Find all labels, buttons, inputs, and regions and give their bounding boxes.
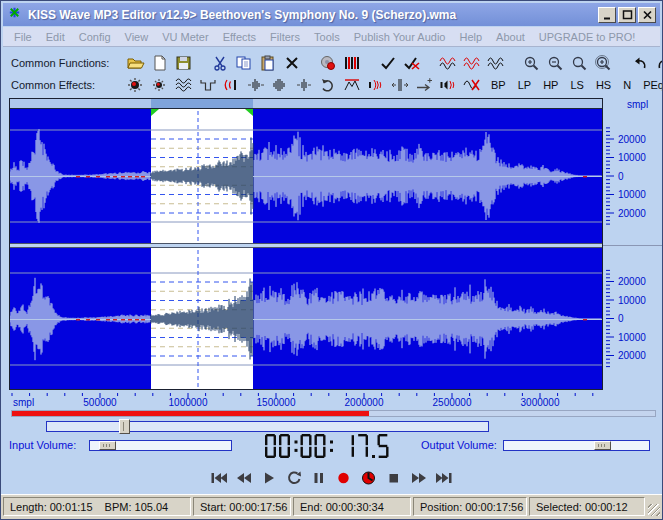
- knob-small-icon[interactable]: [149, 76, 170, 94]
- menu-view[interactable]: View: [118, 31, 156, 43]
- trim-icon[interactable]: [197, 76, 218, 94]
- position-slider-thumb[interactable]: [119, 419, 130, 434]
- waves-icon[interactable]: [173, 76, 194, 94]
- svg-text:2500000: 2500000: [433, 397, 472, 408]
- undo-icon[interactable]: [629, 54, 650, 72]
- svg-text:10000: 10000: [618, 189, 646, 200]
- wave-cut-icon[interactable]: [461, 76, 482, 94]
- output-volume-label: Output Volume:: [421, 439, 497, 451]
- svg-text:3000000: 3000000: [521, 397, 560, 408]
- filter-button-peq[interactable]: PEq: [638, 79, 663, 91]
- knob-large-icon[interactable]: [125, 76, 146, 94]
- overview-selection[interactable]: [151, 99, 253, 108]
- input-volume-thumb[interactable]: [99, 441, 116, 450]
- playback-progress-track[interactable]: [11, 410, 656, 417]
- play-button[interactable]: [259, 467, 279, 489]
- output-volume-thumb[interactable]: [594, 441, 611, 450]
- pause-button[interactable]: [309, 467, 329, 489]
- menu-help[interactable]: Help: [452, 31, 489, 43]
- peak-limit-icon[interactable]: [341, 76, 362, 94]
- svg-text:2000000: 2000000: [345, 397, 384, 408]
- position-slider-track[interactable]: [46, 421, 489, 432]
- status-panel-position: Position: 00:00:17:56: [413, 497, 527, 516]
- minimize-button[interactable]: [598, 7, 616, 23]
- apply-check-icon[interactable]: [377, 54, 398, 72]
- menu-file[interactable]: File: [7, 31, 39, 43]
- filter-button-n[interactable]: N: [618, 79, 636, 91]
- echo-icon[interactable]: [221, 76, 242, 94]
- input-volume-label: Input Volume:: [9, 439, 76, 451]
- speaker-red-icon[interactable]: [365, 76, 386, 94]
- filter-button-lp[interactable]: LP: [513, 79, 536, 91]
- bars-center-icon[interactable]: [269, 76, 290, 94]
- cut-icon[interactable]: [209, 54, 230, 72]
- resize-grip[interactable]: [648, 504, 660, 516]
- cancel-check-icon[interactable]: [401, 54, 422, 72]
- waveform-overview-bar[interactable]: [10, 99, 602, 109]
- svg-text:smpl: smpl: [627, 99, 648, 110]
- save-icon[interactable]: [173, 54, 194, 72]
- zoom-icon[interactable]: [569, 54, 590, 72]
- menu-edit[interactable]: Edit: [39, 31, 72, 43]
- fast-forward-button[interactable]: [409, 467, 429, 489]
- common-functions-label: Common Functions:: [11, 57, 125, 69]
- status-bar: Length: 00:01:15 BPM: 105.04 Start: 00:0…: [1, 494, 662, 519]
- delete-icon[interactable]: [281, 54, 302, 72]
- filter-button-bp[interactable]: BP: [486, 79, 511, 91]
- menu-tools[interactable]: Tools: [307, 31, 347, 43]
- skip-end-button[interactable]: [434, 467, 454, 489]
- svg-text:10000: 10000: [618, 152, 646, 163]
- stretch-icon[interactable]: [389, 76, 410, 94]
- copy-icon[interactable]: [233, 54, 254, 72]
- filter-button-hs[interactable]: HS: [591, 79, 616, 91]
- barcode-icon[interactable]: [341, 54, 362, 72]
- menu-upgrade-to-pro-[interactable]: UPGRADE to PRO!: [532, 31, 643, 43]
- filter-button-ls[interactable]: LS: [565, 79, 588, 91]
- common-effects-label: Common Effects:: [11, 79, 125, 91]
- waveform-channel-right[interactable]: [10, 248, 602, 389]
- rotate-icon[interactable]: [317, 76, 338, 94]
- menu-about[interactable]: About: [489, 31, 532, 43]
- new-file-icon[interactable]: [149, 54, 170, 72]
- record-button[interactable]: [334, 467, 354, 489]
- svg-text:20000: 20000: [618, 276, 646, 287]
- redo-icon[interactable]: [653, 54, 663, 72]
- paste-icon[interactable]: [257, 54, 278, 72]
- waveform-panel[interactable]: [9, 98, 603, 390]
- status-panel-length: Length: 00:01:15 BPM: 105.04: [3, 497, 191, 516]
- wave-black-icon[interactable]: [485, 54, 506, 72]
- open-folder-icon[interactable]: [125, 54, 146, 72]
- menu-config[interactable]: Config: [72, 31, 118, 43]
- menu-filters[interactable]: Filters: [263, 31, 307, 43]
- close-button[interactable]: [638, 7, 656, 23]
- maximize-button[interactable]: [618, 7, 636, 23]
- menu-effects[interactable]: Effects: [216, 31, 263, 43]
- filter-button-hp[interactable]: HP: [538, 79, 563, 91]
- amplitude-ruler: smpl200001000001000020000200001000001000…: [603, 98, 663, 390]
- wave-red-red-icon[interactable]: [461, 54, 482, 72]
- zoom-selection-icon[interactable]: [593, 54, 614, 72]
- output-volume-slider[interactable]: [503, 439, 650, 452]
- input-volume-slider[interactable]: [89, 439, 232, 452]
- record-timer-button[interactable]: [359, 467, 379, 489]
- status-bpm: BPM: 105.04: [105, 501, 169, 513]
- arrow-plus-icon[interactable]: [413, 76, 434, 94]
- stop-button[interactable]: [384, 467, 404, 489]
- wave-red-black-icon[interactable]: [437, 54, 458, 72]
- menu-vu-meter[interactable]: VU Meter: [155, 31, 215, 43]
- zoom-in-icon[interactable]: [521, 54, 542, 72]
- record-source-icon[interactable]: [317, 54, 338, 72]
- bars-narrow-icon[interactable]: [293, 76, 314, 94]
- menu-publish-your-audio[interactable]: Publish Your Audio: [347, 31, 453, 43]
- speaker-play-icon[interactable]: [437, 76, 458, 94]
- zoom-out-icon[interactable]: [545, 54, 566, 72]
- bars-expand-icon[interactable]: [245, 76, 266, 94]
- svg-text:1500000: 1500000: [257, 397, 296, 408]
- status-selected: Selected: 00:00:12: [536, 501, 628, 513]
- rewind-button[interactable]: [234, 467, 254, 489]
- loop-button[interactable]: [284, 467, 304, 489]
- waveform-channel-left[interactable]: [10, 109, 602, 243]
- output-volume-track[interactable]: [503, 440, 650, 451]
- skip-start-button[interactable]: [209, 467, 229, 489]
- svg-text:10000: 10000: [618, 295, 646, 306]
